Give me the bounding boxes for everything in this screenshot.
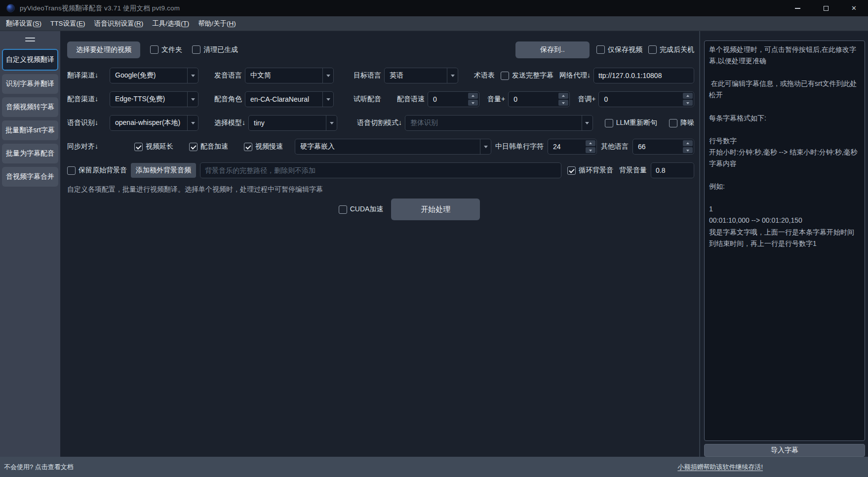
sync-align-label[interactable]: 同步对齐↓ [67, 142, 110, 151]
spin-up-icon[interactable] [683, 140, 693, 146]
add-background-audio-button[interactable]: 添加额外背景音频 [131, 163, 196, 178]
minimize-button[interactable] [784, 0, 812, 16]
subtitle-embed-select[interactable]: 硬字幕嵌入 [295, 139, 491, 155]
other-language-spinner[interactable]: 66 [632, 139, 694, 155]
chevron-down-icon [326, 116, 337, 130]
spin-up-icon[interactable] [468, 93, 478, 99]
dub-channel-select[interactable]: Edge-TTS(免费) [110, 91, 198, 107]
dub-rate-spinner[interactable]: 0 [428, 91, 479, 107]
window-controls: ✕ [784, 0, 868, 16]
menu-tts-settings[interactable]: TTS设置(E) [46, 16, 90, 31]
menu-tools-options[interactable]: 工具/选项(T) [148, 16, 194, 31]
send-full-subtitle-checkbox[interactable]: 发送完整字幕 [501, 71, 553, 80]
dub-channel-label[interactable]: 配音渠道↓ [67, 95, 110, 104]
llm-resegment-checkbox[interactable]: LLM重新断句 [605, 119, 657, 127]
source-language-select[interactable]: 中文简 [245, 68, 334, 83]
other-language-label: 其他语言 [601, 142, 629, 151]
chevron-down-icon [447, 68, 458, 83]
proxy-input[interactable] [593, 68, 694, 83]
donate-link[interactable]: 小额捐赠帮助该软件继续存活! [677, 463, 763, 472]
row-background-audio: 保留原始背景音 添加额外背景音频 循环背景音 背景音量 [60, 162, 699, 179]
denoise-checkbox[interactable]: 降噪 [669, 119, 694, 127]
chevron-down-icon [322, 68, 333, 83]
video-slowdown-checkbox[interactable]: 视频慢速 [244, 142, 283, 151]
spin-up-icon[interactable] [558, 93, 568, 99]
save-video-only-checkbox[interactable]: 仅保存视频 [596, 45, 642, 54]
network-proxy-label[interactable]: 网络代理↓ [559, 71, 591, 80]
dub-speedup-checkbox[interactable]: 配音加速 [189, 142, 228, 151]
listen-dub-link[interactable]: 试听配音 [354, 95, 381, 104]
background-volume-input[interactable] [651, 162, 694, 178]
menu-speech-recognition-settings[interactable]: 语音识别设置(R) [90, 16, 148, 31]
spinner-buttons [558, 93, 568, 106]
sidebar-item-custom-video-translate[interactable]: 自定义视频翻译 [2, 49, 58, 71]
spin-down-icon[interactable] [683, 100, 693, 106]
select-video-button[interactable]: 选择要处理的视频 [67, 41, 140, 58]
maximize-button[interactable] [812, 0, 840, 16]
dub-role-select[interactable]: en-CA-ClaraNeural [245, 91, 334, 107]
save-to-button[interactable]: 保存到.. [515, 41, 590, 58]
cjk-line-chars-spinner[interactable]: 24 [548, 139, 597, 155]
spinner-buttons [468, 93, 478, 106]
split-mode-label[interactable]: 语音切割模式↓ [357, 119, 402, 127]
model-label[interactable]: 选择模型↓ [214, 119, 245, 127]
chevron-down-icon [322, 92, 333, 107]
spin-down-icon[interactable] [558, 100, 568, 106]
start-processing-button[interactable]: 开始处理 [391, 199, 480, 220]
sidebar-item-merge-audio-video-subtitle[interactable]: 音视频字幕合并 [2, 167, 58, 187]
status-help-link[interactable]: 不会使用? 点击查看文档 [4, 463, 74, 472]
spin-up-icon[interactable] [586, 140, 595, 146]
sidebar-collapse-toggle[interactable] [0, 35, 60, 44]
subtitle-editor[interactable]: 单个视频处理时，可点击暂停按钮后,在此修改字幕,以便处理更准确 在此可编辑字幕信… [704, 40, 865, 441]
row-source-select: 选择要处理的视频 文件夹 清理已生成 保存到.. 仅保存视频 完成后关机 [60, 41, 699, 58]
translate-channel-label[interactable]: 翻译渠道↓ [67, 71, 110, 80]
split-mode-select[interactable]: 整体识别 [405, 115, 593, 131]
menu-help-about[interactable]: 帮助/关于(H) [194, 16, 240, 31]
spin-up-icon[interactable] [683, 93, 693, 99]
checkbox-icon [189, 143, 197, 151]
row-process: CUDA加速 开始处理 [60, 198, 699, 221]
mode-description: 自定义各项配置，批量进行视频翻译。选择单个视频时，处理过程中可暂停编辑字幕 [67, 185, 323, 194]
background-volume-label: 背景音量 [619, 166, 647, 175]
pitch-spinner[interactable]: 0 [598, 91, 694, 107]
recognition-channel-label[interactable]: 语音识别↓ [67, 119, 110, 127]
recognition-channel-select[interactable]: openai-whisper(本地) [110, 115, 198, 131]
cuda-checkbox[interactable]: CUDA加速 [339, 205, 384, 214]
checkbox-icon [244, 143, 252, 151]
volume-spinner[interactable]: 0 [508, 91, 570, 107]
checkbox-icon [339, 205, 347, 214]
volume-label: 音量+ [487, 95, 505, 104]
import-subtitle-button[interactable]: 导入字幕 [704, 444, 865, 457]
checkbox-icon [648, 45, 657, 54]
folder-checkbox[interactable]: 文件夹 [150, 45, 182, 54]
sidebar-item-batch-translate-srt[interactable]: 批量翻译srt字幕 [2, 120, 58, 140]
menu-toggle-bar [25, 40, 35, 41]
clear-generated-checkbox[interactable]: 清理已生成 [192, 45, 238, 54]
menu-translate-settings[interactable]: 翻译设置(S) [1, 16, 46, 31]
menu-toggle-bar [25, 38, 35, 39]
glossary-link[interactable]: 术语表 [474, 71, 495, 80]
dub-rate-label: 配音语速 [397, 95, 425, 104]
spin-down-icon[interactable] [468, 100, 478, 106]
sidebar-item-recognize-and-translate[interactable]: 识别字幕并翻译 [2, 74, 58, 94]
spinner-buttons [683, 93, 693, 106]
chevron-down-icon [187, 116, 198, 130]
translate-channel-select[interactable]: Google(免费) [110, 68, 198, 83]
chevron-down-icon [187, 92, 198, 107]
target-language-select[interactable]: 英语 [384, 68, 458, 83]
keep-original-background-checkbox[interactable]: 保留原始背景音 [67, 166, 127, 175]
sidebar-item-audio-video-to-subtitle[interactable]: 音频视频转字幕 [2, 97, 58, 117]
video-extend-checkbox[interactable]: 视频延长 [134, 142, 173, 151]
spin-down-icon[interactable] [586, 147, 595, 153]
close-button[interactable]: ✕ [840, 0, 868, 16]
loop-background-checkbox[interactable]: 循环背景音 [567, 166, 613, 175]
spin-down-icon[interactable] [683, 147, 693, 153]
sidebar-item-batch-dub-subtitle[interactable]: 批量为字幕配音 [2, 144, 58, 163]
shutdown-after-checkbox[interactable]: 完成后关机 [648, 45, 694, 54]
checkbox-icon [596, 45, 605, 54]
chevron-down-icon [187, 68, 198, 83]
status-bar: 不会使用? 点击查看文档 小额捐赠帮助该软件继续存活! [0, 457, 868, 477]
checkbox-icon [134, 143, 143, 151]
background-music-path-input[interactable] [200, 162, 561, 178]
model-select[interactable]: tiny [248, 115, 337, 131]
